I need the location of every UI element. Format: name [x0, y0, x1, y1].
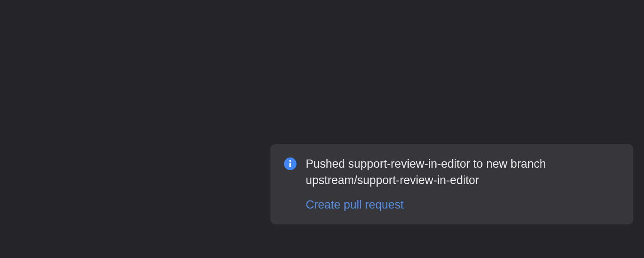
svg-point-1	[289, 160, 291, 162]
notification-icon-wrapper	[283, 156, 297, 212]
info-icon	[283, 157, 297, 171]
notification-body: Pushed support-review-in-editor to new b…	[306, 156, 620, 212]
notification-message: Pushed support-review-in-editor to new b…	[306, 156, 620, 189]
svg-rect-2	[289, 163, 291, 167]
create-pull-request-link[interactable]: Create pull request	[306, 198, 404, 212]
notification-toast: Pushed support-review-in-editor to new b…	[270, 144, 633, 224]
